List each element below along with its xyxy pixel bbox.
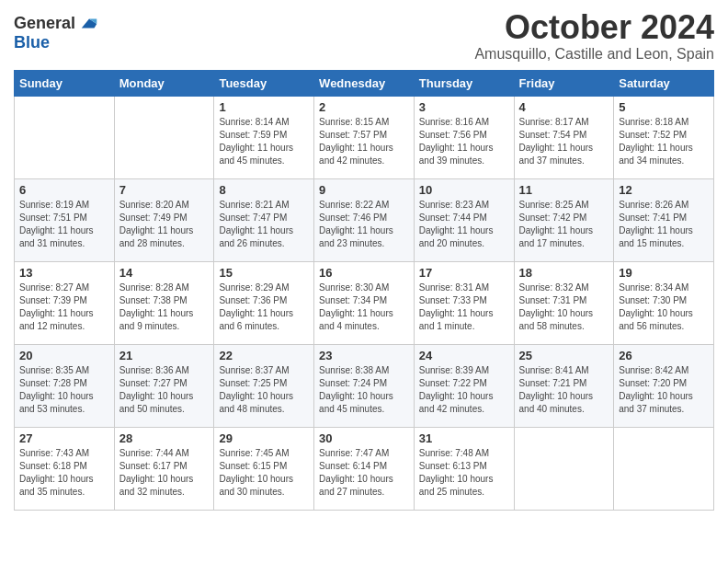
calendar-cell: 3Sunrise: 8:16 AM Sunset: 7:56 PM Daylig…	[414, 96, 514, 178]
cell-content: Sunrise: 8:15 AM Sunset: 7:57 PM Dayligh…	[319, 116, 409, 167]
day-number: 24	[419, 349, 509, 362]
day-number: 13	[19, 266, 109, 280]
week-row-2: 6Sunrise: 8:19 AM Sunset: 7:51 PM Daylig…	[15, 178, 714, 261]
calendar-cell	[614, 427, 714, 510]
cell-content: Sunrise: 8:42 AM Sunset: 7:20 PM Dayligh…	[619, 364, 709, 416]
day-number: 27	[19, 431, 109, 445]
calendar-cell: 5Sunrise: 8:18 AM Sunset: 7:52 PM Daylig…	[614, 96, 714, 178]
calendar-cell: 17Sunrise: 8:31 AM Sunset: 7:33 PM Dayli…	[414, 261, 514, 344]
day-number: 12	[619, 183, 709, 197]
cell-content: Sunrise: 8:20 AM Sunset: 7:49 PM Dayligh…	[119, 199, 210, 250]
day-number: 7	[119, 183, 210, 197]
week-row-4: 20Sunrise: 8:35 AM Sunset: 7:28 PM Dayli…	[15, 344, 714, 427]
cell-content: Sunrise: 8:34 AM Sunset: 7:30 PM Dayligh…	[619, 282, 709, 333]
calendar-cell: 15Sunrise: 8:29 AM Sunset: 7:36 PM Dayli…	[214, 261, 314, 344]
day-number: 10	[419, 183, 509, 197]
cell-content: Sunrise: 8:36 AM Sunset: 7:27 PM Dayligh…	[119, 364, 210, 416]
day-number: 19	[619, 266, 709, 280]
calendar-cell: 14Sunrise: 8:28 AM Sunset: 7:38 PM Dayli…	[114, 261, 214, 344]
calendar-cell: 26Sunrise: 8:42 AM Sunset: 7:20 PM Dayli…	[614, 344, 714, 427]
calendar-cell: 7Sunrise: 8:20 AM Sunset: 7:49 PM Daylig…	[114, 178, 214, 261]
header-monday: Monday	[114, 70, 214, 96]
calendar-cell: 25Sunrise: 8:41 AM Sunset: 7:21 PM Dayli…	[514, 344, 614, 427]
day-number: 14	[119, 266, 210, 280]
calendar-cell: 9Sunrise: 8:22 AM Sunset: 7:46 PM Daylig…	[314, 178, 415, 261]
calendar-cell: 18Sunrise: 8:32 AM Sunset: 7:31 PM Dayli…	[514, 261, 614, 344]
calendar-cell: 31Sunrise: 7:48 AM Sunset: 6:13 PM Dayli…	[414, 427, 514, 510]
page-header: General Blue October 2024 Amusquillo, Ca…	[14, 9, 714, 63]
header-friday: Friday	[514, 70, 614, 96]
logo: General Blue	[14, 14, 99, 52]
day-number: 15	[219, 266, 309, 280]
title-block: October 2024 Amusquillo, Castille and Le…	[474, 9, 714, 63]
calendar-cell	[114, 96, 214, 178]
cell-content: Sunrise: 8:19 AM Sunset: 7:51 PM Dayligh…	[19, 199, 109, 250]
week-row-1: 1Sunrise: 8:14 AM Sunset: 7:59 PM Daylig…	[15, 96, 714, 178]
cell-content: Sunrise: 8:18 AM Sunset: 7:52 PM Dayligh…	[619, 116, 709, 167]
header-tuesday: Tuesday	[214, 70, 314, 96]
day-number: 9	[319, 183, 409, 197]
day-number: 18	[519, 266, 609, 280]
header-wednesday: Wednesday	[314, 70, 415, 96]
day-number: 31	[419, 431, 509, 445]
cell-content: Sunrise: 8:16 AM Sunset: 7:56 PM Dayligh…	[419, 116, 509, 167]
calendar-cell: 20Sunrise: 8:35 AM Sunset: 7:28 PM Dayli…	[15, 344, 115, 427]
calendar-cell: 6Sunrise: 8:19 AM Sunset: 7:51 PM Daylig…	[15, 178, 115, 261]
calendar-cell	[514, 427, 614, 510]
cell-content: Sunrise: 8:14 AM Sunset: 7:59 PM Dayligh…	[219, 116, 309, 167]
day-number: 16	[319, 266, 409, 280]
page-container: General Blue October 2024 Amusquillo, Ca…	[0, 0, 728, 520]
cell-content: Sunrise: 8:28 AM Sunset: 7:38 PM Dayligh…	[119, 282, 210, 333]
calendar-cell: 28Sunrise: 7:44 AM Sunset: 6:17 PM Dayli…	[114, 427, 214, 510]
cell-content: Sunrise: 8:32 AM Sunset: 7:31 PM Dayligh…	[519, 282, 609, 333]
cell-content: Sunrise: 8:21 AM Sunset: 7:47 PM Dayligh…	[219, 199, 309, 250]
calendar-cell: 2Sunrise: 8:15 AM Sunset: 7:57 PM Daylig…	[314, 96, 415, 178]
calendar-cell: 1Sunrise: 8:14 AM Sunset: 7:59 PM Daylig…	[214, 96, 314, 178]
calendar-cell: 23Sunrise: 8:38 AM Sunset: 7:24 PM Dayli…	[314, 344, 415, 427]
cell-content: Sunrise: 8:27 AM Sunset: 7:39 PM Dayligh…	[19, 282, 109, 333]
cell-content: Sunrise: 8:26 AM Sunset: 7:41 PM Dayligh…	[619, 199, 709, 250]
day-number: 2	[319, 100, 409, 114]
day-number: 23	[319, 349, 409, 362]
day-number: 28	[119, 431, 210, 445]
logo-blue: Blue	[14, 33, 50, 52]
cell-content: Sunrise: 8:23 AM Sunset: 7:44 PM Dayligh…	[419, 199, 509, 250]
cell-content: Sunrise: 7:43 AM Sunset: 6:18 PM Dayligh…	[19, 447, 109, 499]
day-number: 29	[219, 431, 309, 445]
day-number: 21	[119, 349, 210, 362]
calendar-cell: 16Sunrise: 8:30 AM Sunset: 7:34 PM Dayli…	[314, 261, 415, 344]
cell-content: Sunrise: 8:29 AM Sunset: 7:36 PM Dayligh…	[219, 282, 309, 333]
calendar-cell: 11Sunrise: 8:25 AM Sunset: 7:42 PM Dayli…	[514, 178, 614, 261]
cell-content: Sunrise: 7:48 AM Sunset: 6:13 PM Dayligh…	[419, 447, 509, 499]
cell-content: Sunrise: 8:22 AM Sunset: 7:46 PM Dayligh…	[319, 199, 409, 250]
day-number: 20	[19, 349, 109, 362]
cell-content: Sunrise: 8:17 AM Sunset: 7:54 PM Dayligh…	[519, 116, 609, 167]
header-row: Sunday Monday Tuesday Wednesday Thursday…	[15, 70, 714, 96]
calendar-table: Sunday Monday Tuesday Wednesday Thursday…	[14, 70, 714, 511]
cell-content: Sunrise: 8:38 AM Sunset: 7:24 PM Dayligh…	[319, 364, 409, 416]
cell-content: Sunrise: 7:47 AM Sunset: 6:14 PM Dayligh…	[319, 447, 409, 499]
cell-content: Sunrise: 8:41 AM Sunset: 7:21 PM Dayligh…	[519, 364, 609, 416]
cell-content: Sunrise: 7:45 AM Sunset: 6:15 PM Dayligh…	[219, 447, 309, 499]
calendar-cell: 13Sunrise: 8:27 AM Sunset: 7:39 PM Dayli…	[15, 261, 115, 344]
day-number: 17	[419, 266, 509, 280]
day-number: 6	[19, 183, 109, 197]
cell-content: Sunrise: 8:39 AM Sunset: 7:22 PM Dayligh…	[419, 364, 509, 416]
week-row-3: 13Sunrise: 8:27 AM Sunset: 7:39 PM Dayli…	[15, 261, 714, 344]
day-number: 22	[219, 349, 309, 362]
calendar-cell: 22Sunrise: 8:37 AM Sunset: 7:25 PM Dayli…	[214, 344, 314, 427]
calendar-cell: 29Sunrise: 7:45 AM Sunset: 6:15 PM Dayli…	[214, 427, 314, 510]
day-number: 11	[519, 183, 609, 197]
calendar-cell: 21Sunrise: 8:36 AM Sunset: 7:27 PM Dayli…	[114, 344, 214, 427]
logo-icon	[79, 14, 99, 34]
day-number: 30	[319, 431, 409, 445]
logo-general: General	[14, 15, 75, 33]
header-sunday: Sunday	[15, 70, 115, 96]
day-number: 5	[619, 100, 709, 114]
cell-content: Sunrise: 7:44 AM Sunset: 6:17 PM Dayligh…	[119, 447, 210, 499]
day-number: 1	[219, 100, 309, 114]
calendar-cell: 30Sunrise: 7:47 AM Sunset: 6:14 PM Dayli…	[314, 427, 415, 510]
header-saturday: Saturday	[614, 70, 714, 96]
month-title: October 2024	[474, 9, 714, 46]
calendar-cell: 12Sunrise: 8:26 AM Sunset: 7:41 PM Dayli…	[614, 178, 714, 261]
